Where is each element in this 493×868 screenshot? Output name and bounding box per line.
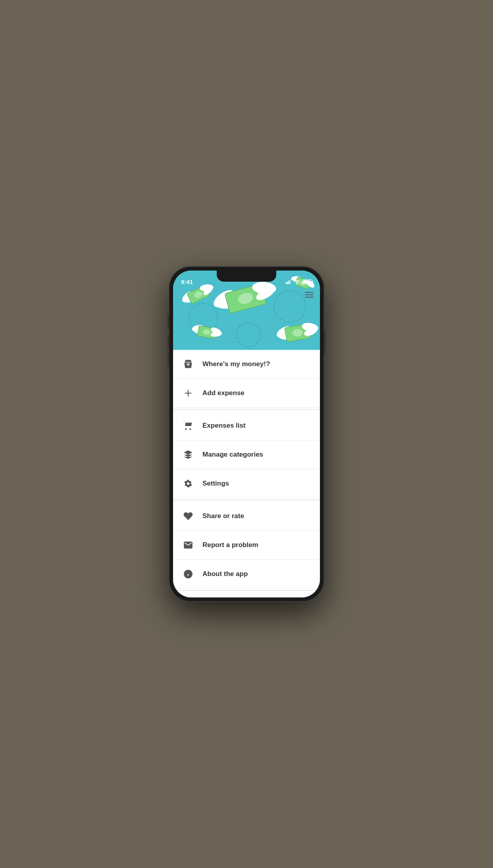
phone-screen: 9:41: [173, 271, 320, 597]
menu-item-manage-categories[interactable]: Manage categories: [173, 440, 320, 469]
divider-1: [173, 409, 320, 410]
about-app-label: About the app: [202, 570, 248, 578]
phone-frame: 9:41: [169, 267, 324, 601]
gear-icon: [181, 476, 195, 491]
bag-icon: [181, 357, 195, 371]
wifi-icon: [294, 279, 300, 284]
menu-item-settings[interactable]: Settings: [173, 469, 320, 498]
info-icon: [181, 567, 195, 581]
menu-item-share-or-rate[interactable]: Share or rate: [173, 502, 320, 531]
plus-icon: [181, 386, 195, 400]
cart-icon: [181, 419, 195, 433]
menu-item-my-games[interactable]: My games and apps: [173, 592, 320, 597]
notch: [217, 271, 276, 282]
layers-icon: [181, 447, 195, 462]
battery-icon: [302, 279, 312, 284]
menu-item-expenses-list[interactable]: Expenses list: [173, 411, 320, 440]
divider-2: [173, 500, 320, 500]
hamburger-menu[interactable]: [305, 290, 314, 299]
menu-item-wheres-my-money[interactable]: Where's my money!?: [173, 350, 320, 379]
menu-item-add-expense[interactable]: Add expense: [173, 379, 320, 408]
signal-icon: [285, 279, 291, 284]
wheres-my-money-label: Where's my money!?: [202, 360, 270, 368]
report-problem-label: Report a problem: [202, 541, 258, 549]
heart-icon: [181, 509, 195, 523]
divider-3: [173, 590, 320, 591]
add-expense-label: Add expense: [202, 389, 245, 397]
menu-item-report-problem[interactable]: Report a problem: [173, 531, 320, 560]
envelope-icon: [181, 538, 195, 552]
settings-label: Settings: [202, 480, 229, 488]
expenses-list-label: Expenses list: [202, 422, 246, 430]
status-icons: [285, 279, 312, 284]
manage-categories-label: Manage categories: [202, 451, 263, 459]
share-or-rate-label: Share or rate: [202, 512, 244, 520]
menu-content: Where's my money!? Add expense: [173, 350, 320, 597]
menu-item-about-app[interactable]: About the app: [173, 560, 320, 589]
status-time: 9:41: [181, 278, 193, 285]
